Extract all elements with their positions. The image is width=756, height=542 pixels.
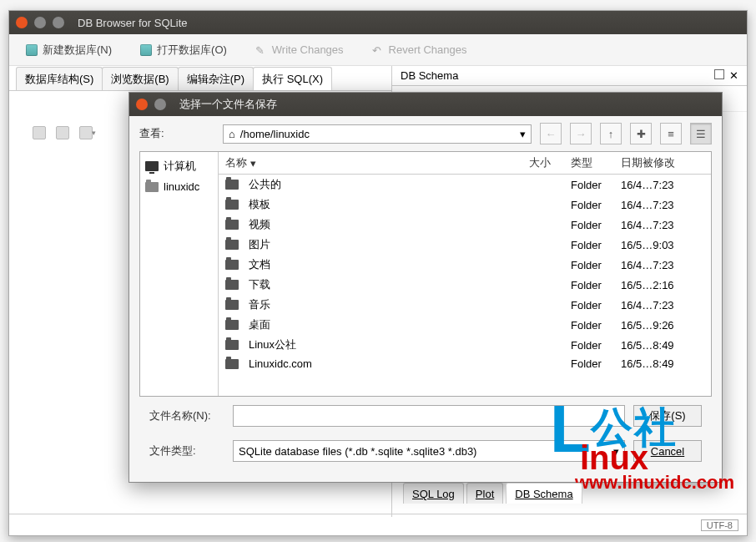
dialog-titlebar: 选择一个文件名保存 [129, 93, 722, 116]
sql-new-icon[interactable] [33, 126, 46, 139]
main-toolbar: 新建数据库(N) 打开数据库(O) ✎ Write Changes ↶ Reve… [9, 34, 747, 66]
file-date: 16/4…7:23 [621, 179, 704, 191]
list-item[interactable]: 视频Folder16/4…7:23 [219, 215, 711, 235]
folder-icon [225, 220, 239, 230]
write-label: Write Changes [272, 43, 344, 56]
col-type[interactable]: 类型 [571, 155, 621, 170]
file-type: Folder [571, 239, 621, 251]
tab-structure[interactable]: 数据库结构(S) [16, 67, 103, 90]
panel-float-icon[interactable] [714, 69, 724, 79]
folder-icon [145, 182, 159, 192]
filetype-label: 文件类型: [149, 443, 224, 458]
open-db-label: 打开数据库(O) [157, 43, 227, 58]
tab-sql-log[interactable]: SQL Log [403, 483, 464, 504]
revert-icon: ↶ [372, 44, 384, 56]
file-name: 桌面 [249, 317, 270, 332]
list-header: 名称 ▾ 大小 类型 日期被修改 [219, 152, 711, 175]
sql-save-icon[interactable] [79, 126, 93, 139]
col-size[interactable]: 大小 [529, 155, 571, 170]
file-type: Folder [571, 299, 621, 312]
tab-browse[interactable]: 浏览数据(B) [102, 67, 178, 90]
dialog-close-icon[interactable] [136, 99, 148, 110]
list-item[interactable]: 下载Folder16/5…2:16 [219, 275, 711, 295]
list-item[interactable]: 公共的Folder16/4…7:23 [219, 175, 711, 195]
window-close-icon[interactable] [16, 17, 28, 28]
path-combo[interactable]: ⌂ /home/linuxidc ▾ [223, 124, 532, 144]
main-titlebar: DB Browser for SQLite [9, 11, 747, 34]
col-name[interactable]: 名称 ▾ [225, 155, 529, 170]
chevron-down-icon: ▾ [520, 128, 526, 140]
database-open-icon [140, 44, 152, 56]
detail-view-button[interactable]: ☰ [690, 123, 712, 144]
folder-icon [225, 200, 239, 210]
lookin-row: 查看: ⌂ /home/linuxidc ▾ ← → ↑ ✚ ≡ ☰ [129, 116, 722, 151]
list-item[interactable]: 音乐Folder16/4…7:23 [219, 295, 711, 315]
dialog-bottom: 文件名称(N): 保存(S) 文件类型: SQLite database fil… [129, 397, 722, 477]
tab-db-schema[interactable]: DB Schema [506, 483, 582, 504]
save-button[interactable]: 保存(S) [633, 405, 702, 427]
statusbar: UTF-8 [9, 514, 747, 535]
file-list[interactable]: 名称 ▾ 大小 类型 日期被修改 公共的Folder16/4…7:23模板Fol… [219, 152, 711, 396]
filename-input[interactable] [233, 405, 625, 427]
sidebar-item[interactable]: linuxidc [144, 177, 214, 196]
file-name: 视频 [249, 217, 270, 232]
sql-toolbar [18, 118, 126, 148]
save-file-dialog: 选择一个文件名保存 查看: ⌂ /home/linuxidc ▾ ← → ↑ ✚… [129, 92, 723, 483]
places-sidebar: 计算机linuxidc [140, 152, 219, 396]
file-date: 16/5…8:49 [621, 357, 704, 370]
window-minimize-icon[interactable] [34, 17, 46, 28]
lookin-label: 查看: [139, 126, 214, 141]
write-icon: ✎ [255, 44, 267, 56]
list-item[interactable]: 文档Folder16/4…7:23 [219, 255, 711, 275]
nav-back-button[interactable]: ← [540, 123, 562, 144]
file-name: 模板 [249, 197, 270, 212]
file-name: 音乐 [249, 297, 270, 312]
col-date[interactable]: 日期被修改 [621, 155, 704, 170]
nav-forward-button[interactable]: → [570, 123, 592, 144]
sort-icon: ▾ [250, 157, 256, 170]
file-date: 16/5…8:49 [621, 339, 704, 352]
file-name: 下载 [249, 277, 270, 292]
new-database-button[interactable]: 新建数据库(N) [19, 39, 118, 61]
sidebar-item-label: linuxidc [164, 180, 199, 193]
list-item[interactable]: 桌面Folder16/5…9:26 [219, 315, 711, 335]
new-folder-button[interactable]: ✚ [630, 123, 652, 144]
file-type: Folder [571, 179, 621, 191]
new-db-label: 新建数据库(N) [43, 43, 112, 58]
filetype-select[interactable]: SQLite database files (*.db *.sqlite *.s… [233, 440, 625, 462]
folder-icon [225, 320, 239, 330]
list-item[interactable]: 模板Folder16/4…7:23 [219, 195, 711, 215]
tab-plot[interactable]: Plot [466, 483, 503, 504]
open-database-button[interactable]: 打开数据库(O) [134, 39, 234, 61]
chevron-down-icon: ▾ [613, 445, 619, 458]
tab-pragma[interactable]: 编辑杂注(P) [178, 67, 254, 90]
sql-open-icon[interactable] [56, 126, 69, 139]
folder-icon [225, 280, 239, 290]
file-type: Folder [571, 279, 621, 291]
dialog-title: 选择一个文件名保存 [179, 97, 277, 112]
bottom-tabs: SQL Log Plot DB Schema [403, 483, 582, 504]
folder-icon [225, 340, 239, 350]
path-text: /home/linuxidc [240, 128, 310, 140]
list-item[interactable]: Linuxidc.comFolder16/5…8:49 [219, 355, 711, 372]
file-type: Folder [571, 199, 621, 211]
file-name: 文档 [249, 257, 270, 272]
tab-sql[interactable]: 执行 SQL(X) [253, 67, 332, 90]
home-icon: ⌂ [229, 128, 235, 140]
file-name: Linux公社 [249, 337, 296, 352]
list-view-button[interactable]: ≡ [660, 123, 682, 144]
file-date: 16/4…7:23 [621, 299, 704, 312]
list-item[interactable]: Linux公社Folder16/5…8:49 [219, 335, 711, 355]
window-maximize-icon[interactable] [53, 17, 64, 28]
dialog-body: 计算机linuxidc 名称 ▾ 大小 类型 日期被修改 公共的Folder16… [139, 151, 712, 397]
nav-up-button[interactable]: ↑ [600, 123, 622, 144]
cancel-button[interactable]: Cancel [633, 440, 702, 462]
panel-close-icon[interactable]: ✕ [729, 69, 738, 82]
sidebar-item[interactable]: 计算机 [144, 155, 214, 177]
folder-icon [225, 359, 239, 369]
list-item[interactable]: 图片Folder16/5…9:03 [219, 235, 711, 255]
window-title: DB Browser for SQLite [78, 17, 188, 29]
computer-icon [145, 161, 159, 171]
folder-icon [225, 240, 239, 250]
dialog-max-icon[interactable] [154, 99, 166, 110]
